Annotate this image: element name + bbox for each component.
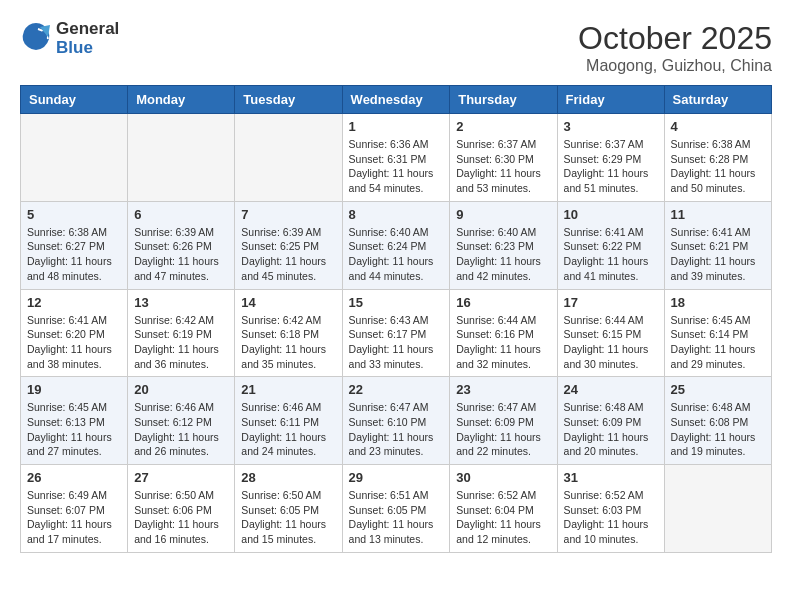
title-block: October 2025 Maogong, Guizhou, China xyxy=(578,20,772,75)
day-info: Sunrise: 6:41 AMSunset: 6:22 PMDaylight:… xyxy=(564,225,658,284)
day-number: 29 xyxy=(349,470,444,485)
day-info: Sunrise: 6:44 AMSunset: 6:16 PMDaylight:… xyxy=(456,313,550,372)
calendar-cell: 5Sunrise: 6:38 AMSunset: 6:27 PMDaylight… xyxy=(21,201,128,289)
calendar-cell: 2Sunrise: 6:37 AMSunset: 6:30 PMDaylight… xyxy=(450,114,557,202)
day-info: Sunrise: 6:38 AMSunset: 6:28 PMDaylight:… xyxy=(671,137,765,196)
logo-text-line1: General xyxy=(56,20,119,39)
day-number: 23 xyxy=(456,382,550,397)
calendar-cell: 1Sunrise: 6:36 AMSunset: 6:31 PMDaylight… xyxy=(342,114,450,202)
day-number: 11 xyxy=(671,207,765,222)
day-info: Sunrise: 6:47 AMSunset: 6:09 PMDaylight:… xyxy=(456,400,550,459)
day-number: 24 xyxy=(564,382,658,397)
calendar-cell: 4Sunrise: 6:38 AMSunset: 6:28 PMDaylight… xyxy=(664,114,771,202)
col-header-monday: Monday xyxy=(128,86,235,114)
day-number: 28 xyxy=(241,470,335,485)
calendar-table: SundayMondayTuesdayWednesdayThursdayFrid… xyxy=(20,85,772,553)
day-info: Sunrise: 6:43 AMSunset: 6:17 PMDaylight:… xyxy=(349,313,444,372)
day-number: 16 xyxy=(456,295,550,310)
day-number: 9 xyxy=(456,207,550,222)
calendar-cell xyxy=(235,114,342,202)
day-number: 17 xyxy=(564,295,658,310)
day-info: Sunrise: 6:52 AMSunset: 6:03 PMDaylight:… xyxy=(564,488,658,547)
day-info: Sunrise: 6:48 AMSunset: 6:09 PMDaylight:… xyxy=(564,400,658,459)
day-number: 30 xyxy=(456,470,550,485)
day-info: Sunrise: 6:48 AMSunset: 6:08 PMDaylight:… xyxy=(671,400,765,459)
day-number: 31 xyxy=(564,470,658,485)
calendar-cell: 26Sunrise: 6:49 AMSunset: 6:07 PMDayligh… xyxy=(21,465,128,553)
calendar-cell: 17Sunrise: 6:44 AMSunset: 6:15 PMDayligh… xyxy=(557,289,664,377)
day-info: Sunrise: 6:38 AMSunset: 6:27 PMDaylight:… xyxy=(27,225,121,284)
calendar-cell: 30Sunrise: 6:52 AMSunset: 6:04 PMDayligh… xyxy=(450,465,557,553)
col-header-wednesday: Wednesday xyxy=(342,86,450,114)
day-number: 7 xyxy=(241,207,335,222)
calendar-cell: 31Sunrise: 6:52 AMSunset: 6:03 PMDayligh… xyxy=(557,465,664,553)
day-info: Sunrise: 6:45 AMSunset: 6:14 PMDaylight:… xyxy=(671,313,765,372)
day-info: Sunrise: 6:49 AMSunset: 6:07 PMDaylight:… xyxy=(27,488,121,547)
calendar-cell: 9Sunrise: 6:40 AMSunset: 6:23 PMDaylight… xyxy=(450,201,557,289)
calendar-cell: 11Sunrise: 6:41 AMSunset: 6:21 PMDayligh… xyxy=(664,201,771,289)
day-info: Sunrise: 6:42 AMSunset: 6:18 PMDaylight:… xyxy=(241,313,335,372)
calendar-cell: 8Sunrise: 6:40 AMSunset: 6:24 PMDaylight… xyxy=(342,201,450,289)
day-info: Sunrise: 6:37 AMSunset: 6:29 PMDaylight:… xyxy=(564,137,658,196)
calendar-cell: 28Sunrise: 6:50 AMSunset: 6:05 PMDayligh… xyxy=(235,465,342,553)
calendar-cell: 3Sunrise: 6:37 AMSunset: 6:29 PMDaylight… xyxy=(557,114,664,202)
calendar-cell: 23Sunrise: 6:47 AMSunset: 6:09 PMDayligh… xyxy=(450,377,557,465)
day-number: 8 xyxy=(349,207,444,222)
day-number: 26 xyxy=(27,470,121,485)
day-info: Sunrise: 6:45 AMSunset: 6:13 PMDaylight:… xyxy=(27,400,121,459)
day-info: Sunrise: 6:39 AMSunset: 6:26 PMDaylight:… xyxy=(134,225,228,284)
calendar-cell: 27Sunrise: 6:50 AMSunset: 6:06 PMDayligh… xyxy=(128,465,235,553)
col-header-tuesday: Tuesday xyxy=(235,86,342,114)
day-number: 12 xyxy=(27,295,121,310)
calendar-cell: 25Sunrise: 6:48 AMSunset: 6:08 PMDayligh… xyxy=(664,377,771,465)
logo-text-line2: Blue xyxy=(56,39,119,58)
calendar-cell: 19Sunrise: 6:45 AMSunset: 6:13 PMDayligh… xyxy=(21,377,128,465)
calendar-week-row: 5Sunrise: 6:38 AMSunset: 6:27 PMDaylight… xyxy=(21,201,772,289)
day-number: 3 xyxy=(564,119,658,134)
calendar-cell: 10Sunrise: 6:41 AMSunset: 6:22 PMDayligh… xyxy=(557,201,664,289)
day-number: 19 xyxy=(27,382,121,397)
calendar-cell: 29Sunrise: 6:51 AMSunset: 6:05 PMDayligh… xyxy=(342,465,450,553)
day-info: Sunrise: 6:50 AMSunset: 6:06 PMDaylight:… xyxy=(134,488,228,547)
calendar-week-row: 1Sunrise: 6:36 AMSunset: 6:31 PMDaylight… xyxy=(21,114,772,202)
day-info: Sunrise: 6:41 AMSunset: 6:20 PMDaylight:… xyxy=(27,313,121,372)
day-info: Sunrise: 6:51 AMSunset: 6:05 PMDaylight:… xyxy=(349,488,444,547)
logo: General Blue xyxy=(20,20,119,57)
calendar-cell: 12Sunrise: 6:41 AMSunset: 6:20 PMDayligh… xyxy=(21,289,128,377)
day-info: Sunrise: 6:40 AMSunset: 6:24 PMDaylight:… xyxy=(349,225,444,284)
calendar-cell: 22Sunrise: 6:47 AMSunset: 6:10 PMDayligh… xyxy=(342,377,450,465)
day-number: 21 xyxy=(241,382,335,397)
day-info: Sunrise: 6:47 AMSunset: 6:10 PMDaylight:… xyxy=(349,400,444,459)
day-info: Sunrise: 6:37 AMSunset: 6:30 PMDaylight:… xyxy=(456,137,550,196)
calendar-week-row: 26Sunrise: 6:49 AMSunset: 6:07 PMDayligh… xyxy=(21,465,772,553)
day-number: 15 xyxy=(349,295,444,310)
calendar-cell: 6Sunrise: 6:39 AMSunset: 6:26 PMDaylight… xyxy=(128,201,235,289)
calendar-cell: 24Sunrise: 6:48 AMSunset: 6:09 PMDayligh… xyxy=(557,377,664,465)
day-info: Sunrise: 6:41 AMSunset: 6:21 PMDaylight:… xyxy=(671,225,765,284)
calendar-cell: 13Sunrise: 6:42 AMSunset: 6:19 PMDayligh… xyxy=(128,289,235,377)
col-header-sunday: Sunday xyxy=(21,86,128,114)
calendar-cell: 15Sunrise: 6:43 AMSunset: 6:17 PMDayligh… xyxy=(342,289,450,377)
calendar-week-row: 19Sunrise: 6:45 AMSunset: 6:13 PMDayligh… xyxy=(21,377,772,465)
day-info: Sunrise: 6:50 AMSunset: 6:05 PMDaylight:… xyxy=(241,488,335,547)
page-header: General Blue October 2025 Maogong, Guizh… xyxy=(20,20,772,75)
location: Maogong, Guizhou, China xyxy=(578,57,772,75)
day-number: 2 xyxy=(456,119,550,134)
day-info: Sunrise: 6:42 AMSunset: 6:19 PMDaylight:… xyxy=(134,313,228,372)
day-info: Sunrise: 6:44 AMSunset: 6:15 PMDaylight:… xyxy=(564,313,658,372)
day-info: Sunrise: 6:39 AMSunset: 6:25 PMDaylight:… xyxy=(241,225,335,284)
day-number: 22 xyxy=(349,382,444,397)
calendar-cell xyxy=(128,114,235,202)
day-number: 5 xyxy=(27,207,121,222)
day-info: Sunrise: 6:52 AMSunset: 6:04 PMDaylight:… xyxy=(456,488,550,547)
day-number: 10 xyxy=(564,207,658,222)
day-number: 14 xyxy=(241,295,335,310)
calendar-cell: 20Sunrise: 6:46 AMSunset: 6:12 PMDayligh… xyxy=(128,377,235,465)
day-number: 1 xyxy=(349,119,444,134)
calendar-cell: 7Sunrise: 6:39 AMSunset: 6:25 PMDaylight… xyxy=(235,201,342,289)
day-number: 25 xyxy=(671,382,765,397)
day-info: Sunrise: 6:40 AMSunset: 6:23 PMDaylight:… xyxy=(456,225,550,284)
calendar-cell xyxy=(664,465,771,553)
calendar-cell: 18Sunrise: 6:45 AMSunset: 6:14 PMDayligh… xyxy=(664,289,771,377)
day-info: Sunrise: 6:46 AMSunset: 6:11 PMDaylight:… xyxy=(241,400,335,459)
